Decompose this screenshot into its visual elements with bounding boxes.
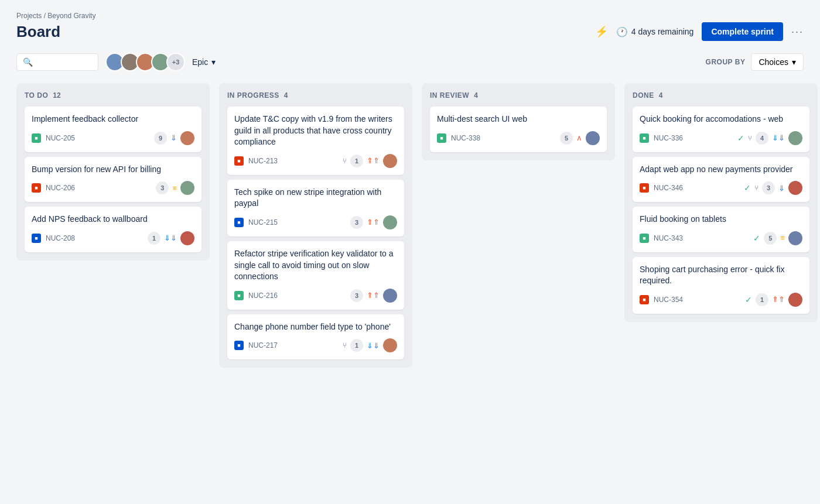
card-count: 9: [154, 132, 167, 145]
sprint-info: 🕐 4 days remaining: [616, 26, 694, 37]
task-card[interactable]: Bump version for new API for billing ■ N…: [25, 157, 201, 203]
card-avatar: [586, 131, 600, 145]
priority-low-multi-icon: ⇓⇓: [164, 234, 177, 242]
priority-low-multi-icon: ⇓⇓: [772, 133, 785, 142]
card-title: Implement feedback collector: [32, 114, 194, 125]
card-title: Change phone number field type to 'phone…: [234, 321, 397, 333]
task-card[interactable]: Adapt web app no new payments provider ■…: [633, 157, 809, 203]
card-meta: 3 ⇑⇑: [350, 289, 397, 303]
priority-medium-icon: ≡: [172, 184, 177, 193]
tag-icon: ■: [32, 183, 41, 193]
card-meta: ✓ 1 ⇑⇑: [745, 293, 802, 307]
task-card[interactable]: Shoping cart purchasing error - quick fi…: [633, 257, 809, 314]
card-title: Multi-dest search UI web: [437, 114, 600, 125]
card-count: 5: [764, 232, 777, 245]
card-title: Adapt web app no new payments provider: [640, 164, 802, 176]
check-icon: ✓: [753, 234, 760, 243]
breadcrumb: Projects / Beyond Gravity: [16, 12, 804, 20]
more-options-button[interactable]: ···: [791, 26, 804, 38]
task-card[interactable]: Implement feedback collector ■ NUC-205 9…: [25, 107, 201, 152]
card-count: 5: [560, 132, 573, 145]
column-count: 4: [284, 91, 288, 100]
card-avatar: [383, 289, 397, 303]
task-card[interactable]: Multi-dest search UI web ■ NUC-338 5 ∧: [430, 107, 607, 152]
search-box[interactable]: 🔍: [16, 53, 98, 71]
tag-text: NUC-206: [46, 184, 75, 192]
card-footer: ■ NUC-336 ✓ ⑂ 4 ⇓⇓: [640, 131, 802, 145]
card-count: 3: [350, 289, 363, 302]
card-meta: ✓ ⑂ 4 ⇓⇓: [737, 131, 802, 145]
tag-text: NUC-217: [248, 341, 278, 349]
complete-sprint-button[interactable]: Complete sprint: [702, 22, 783, 41]
task-card[interactable]: Update T&C copy with v1.9 from the write…: [227, 107, 404, 175]
avatar-group[interactable]: +3: [105, 53, 185, 71]
card-avatar: [788, 131, 802, 145]
card-avatar: [383, 338, 397, 352]
tag-text: NUC-215: [248, 218, 278, 227]
priority-high-icon: ⇑⇑: [367, 291, 380, 300]
card-meta: 3 ≡: [156, 181, 194, 195]
card-avatar: [383, 215, 397, 229]
card-count: 1: [756, 293, 768, 306]
card-meta: 3 ⇑⇑: [350, 215, 397, 229]
card-title: Tech spike on new stripe integration wit…: [234, 187, 397, 210]
clock-icon: 🕐: [616, 26, 628, 37]
task-card[interactable]: Quick booking for accomodations - web ■ …: [633, 107, 809, 152]
card-count: 1: [350, 155, 363, 167]
tag-icon: ■: [640, 234, 649, 243]
epic-filter-button[interactable]: Epic ▾: [192, 57, 216, 67]
card-count: 3: [156, 181, 169, 194]
priority-high-icon: ⇑⇑: [772, 295, 785, 304]
task-card[interactable]: Refactor stripe verification key validat…: [227, 241, 404, 310]
column-title: DONE: [633, 91, 654, 100]
column-title: IN PROGRESS: [227, 91, 279, 100]
card-meta: ⑂ 1 ⇓⇓: [343, 338, 397, 352]
branch-icon: ⑂: [343, 157, 347, 165]
branch-icon: ⑂: [748, 134, 752, 142]
header-right: ⚡ 🕐 4 days remaining Complete sprint ···: [595, 22, 804, 41]
tag-icon: ■: [234, 291, 244, 300]
card-title: Shoping cart purchasing error - quick fi…: [640, 264, 802, 287]
tag-text: NUC-343: [654, 234, 683, 242]
card-footer: ■ NUC-346 ✓ ⑂ 3 ⇓: [640, 181, 802, 195]
card-title: Update T&C copy with v1.9 from the write…: [234, 114, 397, 148]
column-header: IN REVIEW 4: [430, 91, 607, 100]
card-footer: ■ NUC-205 9 ⇓: [32, 131, 194, 145]
card-count: 3: [350, 216, 363, 229]
avatar-more[interactable]: +3: [166, 53, 185, 71]
tag-icon: ■: [32, 133, 41, 143]
tag-icon: ■: [640, 183, 649, 193]
card-footer: ■ NUC-206 3 ≡: [32, 181, 194, 195]
card-count: 3: [762, 181, 775, 194]
tag-text: NUC-338: [451, 134, 480, 142]
search-input[interactable]: [37, 57, 84, 67]
task-card[interactable]: Change phone number field type to 'phone…: [227, 314, 404, 360]
card-avatar: [383, 154, 397, 168]
tag-text: NUC-354: [654, 296, 683, 304]
priority-high-icon: ⇑⇑: [367, 218, 380, 227]
tag-text: NUC-336: [654, 134, 683, 142]
card-footer: ■ NUC-213 ⑂ 1 ⇑⇑: [234, 154, 397, 168]
card-meta: ⑂ 1 ⇑⇑: [343, 154, 397, 168]
tag-icon: ■: [437, 133, 446, 143]
check-icon: ✓: [737, 133, 744, 143]
choices-chevron-icon: ▾: [792, 57, 796, 67]
toolbar: 🔍 +3 Epic ▾ GROUP BY Choices ▾: [16, 53, 804, 71]
tag-text: NUC-216: [248, 292, 278, 300]
check-icon: ✓: [744, 183, 751, 193]
page-title: Board: [16, 23, 60, 41]
task-card[interactable]: Fluid booking on tablets ■ NUC-343 ✓ 5 ≡: [633, 207, 809, 252]
branch-icon: ⑂: [343, 341, 347, 349]
card-title: Refactor stripe verification key validat…: [234, 248, 397, 283]
lightning-icon: ⚡: [595, 25, 608, 38]
task-card[interactable]: Tech spike on new stripe integration wit…: [227, 180, 404, 236]
column-inreview: IN REVIEW 4 Multi-dest search UI web ■ N…: [422, 83, 615, 160]
group-by-section: GROUP BY Choices ▾: [706, 53, 804, 71]
tag-text: NUC-208: [46, 234, 75, 242]
card-footer: ■ NUC-354 ✓ 1 ⇑⇑: [640, 293, 802, 307]
choices-dropdown[interactable]: Choices ▾: [751, 53, 804, 71]
branch-icon: ⑂: [754, 184, 758, 192]
task-card[interactable]: Add NPS feedback to wallboard ■ NUC-208 …: [25, 207, 201, 252]
card-count: 1: [350, 339, 363, 352]
column-title: TO DO: [25, 91, 48, 100]
